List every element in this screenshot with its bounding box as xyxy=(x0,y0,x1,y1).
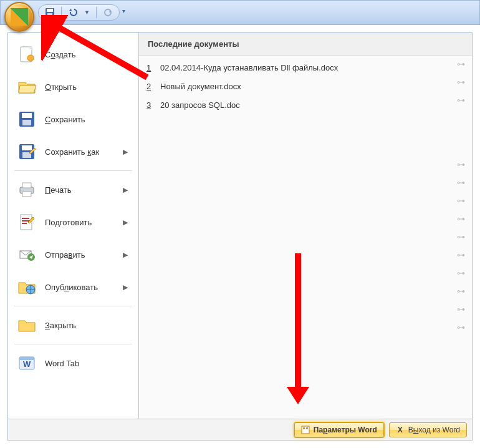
menu-label: Опубликовать xyxy=(45,283,115,292)
menu-label: Сохранить как xyxy=(45,147,115,157)
menu-word-tab[interactable]: W Word Tab xyxy=(11,347,136,379)
svg-rect-1 xyxy=(47,9,53,12)
menu-send[interactable]: Отправить ▶ xyxy=(11,238,136,271)
save-disk-icon xyxy=(16,109,37,130)
menu-label: Подготовить xyxy=(45,218,115,227)
menu-publish[interactable]: Опубликовать ▶ xyxy=(11,271,136,303)
svg-rect-9 xyxy=(22,120,31,125)
menu-label: Сохранить xyxy=(45,115,130,124)
publish-icon xyxy=(16,276,37,298)
redo-icon[interactable] xyxy=(103,7,113,17)
undo-icon[interactable] xyxy=(68,7,78,17)
recent-document-item[interactable]: 3 20 запросов SQL.doc xyxy=(143,95,451,114)
close-icon: X xyxy=(396,426,405,434)
options-icon xyxy=(301,426,310,434)
pin-icon[interactable]: ⊶ xyxy=(454,286,467,296)
menu-label: Word Tab xyxy=(45,359,130,368)
menu-create[interactable]: Создать xyxy=(11,38,136,71)
menu-print[interactable]: Печать ▶ xyxy=(11,173,136,206)
left-menu: Создать Открыть Сохранить Сохранить как xyxy=(8,33,139,419)
svg-rect-14 xyxy=(22,183,31,188)
pin-icon[interactable]: ⊶ xyxy=(454,232,467,241)
word-tab-icon: W xyxy=(16,353,37,374)
pin-icon[interactable]: ⊶ xyxy=(454,178,467,187)
menu-save-as[interactable]: Сохранить как ▶ xyxy=(11,135,136,168)
recent-documents-header: Последние документы xyxy=(139,33,472,56)
close-folder-icon xyxy=(16,314,37,336)
button-label: Параметры Word xyxy=(314,426,377,434)
recent-document-item[interactable]: 1 02.04.2014-Куда устанавливать Dll файл… xyxy=(143,58,451,77)
pin-icon[interactable]: ⊶ xyxy=(454,268,467,278)
save-as-icon xyxy=(16,141,37,162)
svg-rect-23 xyxy=(302,426,309,434)
svg-text:W: W xyxy=(23,359,31,369)
word-options-button[interactable]: Параметры Word xyxy=(294,422,384,437)
open-folder-icon xyxy=(16,76,37,97)
menu-label: Открыть xyxy=(45,82,130,92)
pin-icon[interactable]: ⊶ xyxy=(454,95,467,105)
menu-label: Закрыть xyxy=(45,321,130,330)
menu-prepare[interactable]: Подготовить ▶ xyxy=(11,206,136,238)
svg-rect-11 xyxy=(22,145,32,150)
recent-document-item[interactable]: 2 Новый документ.docx xyxy=(143,77,451,95)
menu-close[interactable]: Закрыть xyxy=(11,309,136,341)
new-document-icon xyxy=(16,44,37,65)
pin-icon[interactable]: ⊶ xyxy=(454,196,467,205)
save-icon[interactable] xyxy=(45,7,55,17)
office-menu-panel: Создать Открыть Сохранить Сохранить как xyxy=(7,32,473,441)
chevron-right-icon: ▶ xyxy=(123,251,130,259)
svg-point-6 xyxy=(27,55,34,61)
menu-label: Создать xyxy=(45,50,130,59)
chevron-right-icon: ▶ xyxy=(123,186,130,194)
pin-icon[interactable]: ⊶ xyxy=(454,323,467,332)
pin-icon[interactable]: ⊶ xyxy=(454,77,467,87)
qat-customize-icon[interactable]: ▾ xyxy=(122,7,125,14)
pin-column: ⊶ ⊶ ⊶ ⊶ ⊶ ⊶ ⊶ ⊶ ⊶ ⊶ ⊶ ⊶ ⊶ xyxy=(454,56,472,419)
office-button[interactable] xyxy=(4,2,34,32)
menu-open[interactable]: Открыть xyxy=(11,71,136,103)
pin-icon[interactable]: ⊶ xyxy=(454,160,467,169)
svg-rect-24 xyxy=(303,427,305,429)
chevron-right-icon: ▶ xyxy=(123,218,130,226)
titlebar: ▼ ▾ xyxy=(0,0,480,25)
chevron-right-icon: ▶ xyxy=(123,283,130,291)
svg-rect-25 xyxy=(306,427,308,429)
menu-label: Печать xyxy=(45,185,115,195)
pin-icon[interactable]: ⊶ xyxy=(454,250,467,260)
pin-icon[interactable]: ⊶ xyxy=(454,304,467,314)
recent-documents-list: 1 02.04.2014-Куда устанавливать Dll файл… xyxy=(139,56,454,419)
print-icon xyxy=(16,179,37,200)
svg-rect-15 xyxy=(22,192,31,197)
pin-icon[interactable]: ⊶ xyxy=(454,214,467,223)
panel-footer: Параметры Word X Выход из Word xyxy=(8,419,472,440)
exit-word-button[interactable]: X Выход из Word xyxy=(389,422,467,437)
svg-rect-2 xyxy=(47,13,52,16)
chevron-right-icon: ▶ xyxy=(123,148,130,156)
pin-icon[interactable]: ⊶ xyxy=(454,59,467,69)
send-icon xyxy=(16,244,37,265)
svg-rect-8 xyxy=(22,113,32,118)
prepare-icon xyxy=(16,212,37,233)
quick-access-toolbar: ▼ xyxy=(38,4,120,21)
menu-label: Отправить xyxy=(45,250,115,260)
menu-save[interactable]: Сохранить xyxy=(11,103,136,135)
recent-documents-panel: Последние документы 1 02.04.2014-Куда ус… xyxy=(139,33,472,419)
button-label: Выход из Word xyxy=(408,426,460,434)
